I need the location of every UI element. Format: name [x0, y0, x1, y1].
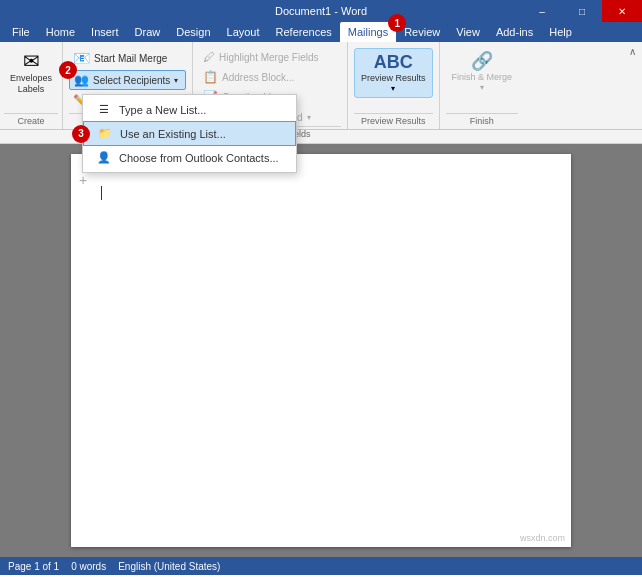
tab-addins[interactable]: Add-ins: [488, 22, 541, 42]
ribbon-group-preview: ABC Preview Results ▾ Preview Results: [348, 42, 440, 129]
tab-home[interactable]: Home: [38, 22, 83, 42]
badge-two: 2: [59, 61, 77, 79]
tab-design[interactable]: Design: [168, 22, 218, 42]
tab-insert[interactable]: Insert: [83, 22, 127, 42]
tab-view[interactable]: View: [448, 22, 488, 42]
finish-group-label: Finish: [446, 113, 519, 129]
minimize-button[interactable]: –: [522, 0, 562, 22]
tab-help[interactable]: Help: [541, 22, 580, 42]
ribbon-group-create: ✉ Envelopes Labels Create: [0, 42, 63, 129]
tab-draw[interactable]: Draw: [127, 22, 169, 42]
contacts-icon: 👤: [97, 151, 111, 164]
preview-group-label: Preview Results: [354, 113, 433, 129]
ribbon-group-finish: 🔗 Finish & Merge ▾ Finish: [440, 42, 525, 129]
use-existing-list-item[interactable]: 📁 Use an Existing List... 3: [83, 121, 296, 146]
envelopes-labels-button[interactable]: ✉ Envelopes Labels: [4, 48, 58, 98]
status-bar: Page 1 of 1 0 words English (United Stat…: [0, 557, 642, 575]
tab-layout[interactable]: Layout: [219, 22, 268, 42]
text-cursor: [101, 186, 102, 200]
highlight-merge-fields-button[interactable]: 🖊 Highlight Merge Fields: [199, 48, 341, 66]
badge-three: 3: [72, 125, 90, 143]
create-group-label: Create: [4, 113, 58, 129]
finish-merge-button[interactable]: 🔗 Finish & Merge ▾: [446, 48, 519, 96]
page-count: Page 1 of 1: [8, 561, 59, 572]
title-bar-text: Document1 - Word: [275, 5, 367, 17]
type-list-icon: ☰: [97, 103, 111, 116]
maximize-button[interactable]: □: [562, 0, 602, 22]
type-new-list-item[interactable]: ☰ Type a New List...: [83, 98, 296, 121]
address-block-button[interactable]: 📋 Address Block...: [199, 68, 341, 86]
preview-results-button[interactable]: ABC Preview Results ▾: [354, 48, 433, 98]
word-count: 0 words: [71, 561, 106, 572]
folder-icon: 📁: [98, 127, 112, 140]
watermark: wsxdn.com: [520, 533, 565, 543]
select-recipients-dropdown: ☰ Type a New List... 📁 Use an Existing L…: [82, 94, 297, 173]
start-mail-merge-button[interactable]: 📧 Start Mail Merge: [69, 48, 186, 68]
collapse-ribbon-button[interactable]: ∧: [625, 44, 640, 59]
tab-file[interactable]: File: [4, 22, 38, 42]
close-button[interactable]: ✕: [602, 0, 642, 22]
choose-outlook-contacts-item[interactable]: 👤 Choose from Outlook Contacts...: [83, 146, 296, 169]
tab-mailings[interactable]: Mailings 1: [340, 22, 396, 42]
language: English (United States): [118, 561, 220, 572]
tab-references[interactable]: References: [268, 22, 340, 42]
document-page: + wsxdn.com: [71, 154, 571, 547]
add-content-icon[interactable]: +: [79, 172, 87, 188]
select-recipients-button[interactable]: 👥 Select Recipients ▾: [69, 70, 186, 90]
